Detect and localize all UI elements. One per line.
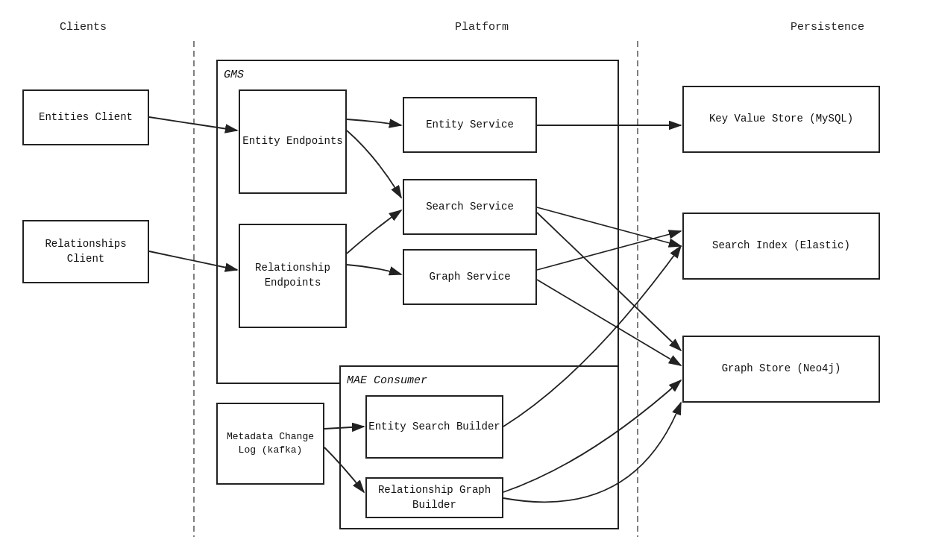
gms-label: GMS [224,67,244,83]
search-service-box: Search Service [403,179,537,235]
graph-service-box: Graph Service [403,249,537,305]
persistence-label: Persistence [791,21,864,34]
relationship-graph-builder-box: Relationship Graph Builder [365,477,503,518]
platform-label: Platform [455,21,509,34]
mae-consumer-label: MAE Consumer [347,373,427,388]
clients-label: Clients [60,21,107,34]
search-index-box: Search Index (Elastic) [682,213,880,280]
entity-search-builder-box: Entity Search Builder [365,395,503,459]
relationships-client-box: Relationships Client [22,220,149,283]
relationship-endpoints-box: Relationship Endpoints [239,224,347,328]
entities-client-box: Entities Client [22,89,149,145]
metadata-change-log-box: Metadata Change Log (kafka) [216,403,324,485]
entity-service-box: Entity Service [403,97,537,153]
graph-store-box: Graph Store (Neo4j) [682,336,880,403]
architecture-diagram: Clients Platform Persistence Entities Cl… [0,0,927,560]
entity-endpoints-box: Entity Endpoints [239,89,347,194]
key-value-store-box: Key Value Store (MySQL) [682,86,880,153]
